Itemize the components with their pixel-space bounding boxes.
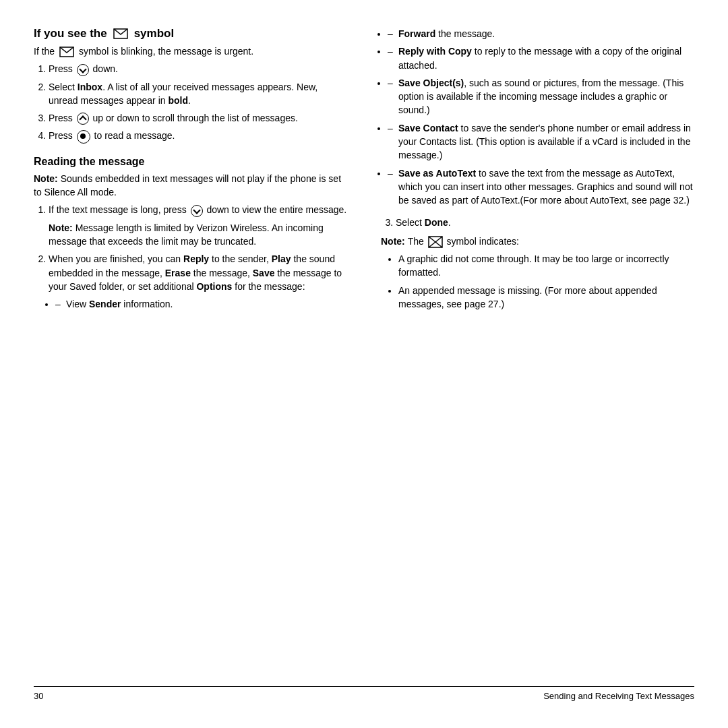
select-btn-icon	[77, 130, 90, 144]
section2-heading: Reading the message	[34, 156, 347, 168]
page-footer: 30 Sending and Receiving Text Messages	[34, 686, 694, 701]
mail-envelope-icon-2	[59, 47, 74, 57]
step-1-2: Select Inbox. A list of all your receive…	[49, 80, 347, 108]
right-item-reply-copy: Reply with Copy to reply to the message …	[388, 44, 694, 72]
step-1-4: Press to read a message.	[49, 129, 347, 143]
subitem-view-sender: View Sender information.	[55, 297, 347, 311]
step-2-2: When you are finished, you can Reply to …	[49, 252, 347, 311]
section-title: Sending and Receiving Text Messages	[543, 691, 694, 701]
page-number: 30	[34, 691, 43, 701]
bullet-appended: An appended message is missing. (For mor…	[398, 284, 694, 311]
right-item-save-contact: Save Contact to save the sender's phone …	[388, 121, 694, 162]
step-1-3: Press up or down to scroll through the l…	[49, 111, 347, 125]
page: If you see the symbol If the symbol is b…	[0, 0, 728, 728]
right-column: Forward the message. Reply with Copy to …	[374, 27, 694, 679]
bullet-graphic: A graphic did not come through. It may b…	[398, 252, 694, 280]
step-1-1: Press down.	[49, 62, 347, 75]
broken-mail-icon	[428, 236, 443, 248]
step-2-1: If the text message is long, press down …	[49, 203, 347, 248]
right-item-save-autotext: Save as AutoText to save the text from t…	[388, 166, 694, 208]
section1-steps: Press down. Select Inbox. A list of all …	[34, 62, 347, 143]
heading-prefix: If you see the	[34, 27, 107, 40]
right-bullets: A graphic did not come through. It may b…	[381, 252, 694, 311]
left-column: If you see the symbol If the symbol is b…	[34, 27, 354, 679]
step-2-2-subitems: View Sender information.	[49, 297, 347, 311]
nav-down-icon	[77, 64, 89, 76]
section2-note: Note: Sounds embedded in text messages w…	[34, 172, 347, 200]
step-2-1-note: Note: Message length is limited by Veriz…	[49, 221, 347, 249]
nav-down-icon-2	[191, 205, 203, 217]
main-content: If you see the symbol If the symbol is b…	[34, 27, 694, 679]
step-3: Select Done.	[396, 216, 694, 229]
right-note: Note: The symbol indicates:	[381, 235, 694, 248]
section2-steps: If the text message is long, press down …	[34, 203, 347, 311]
section1-intro: If the symbol is blinking, the message i…	[34, 44, 347, 58]
right-item-forward: Forward the message.	[388, 27, 694, 40]
nav-updown-icon	[77, 113, 89, 125]
section1-heading: If you see the symbol	[34, 27, 347, 40]
right-steps: Select Done.	[381, 216, 694, 229]
heading-suffix: symbol	[134, 27, 175, 40]
mail-envelope-icon	[113, 28, 128, 39]
right-dash-list: Forward the message. Reply with Copy to …	[381, 27, 694, 208]
right-item-save-objects: Save Object(s), such as sound or picture…	[388, 76, 694, 117]
